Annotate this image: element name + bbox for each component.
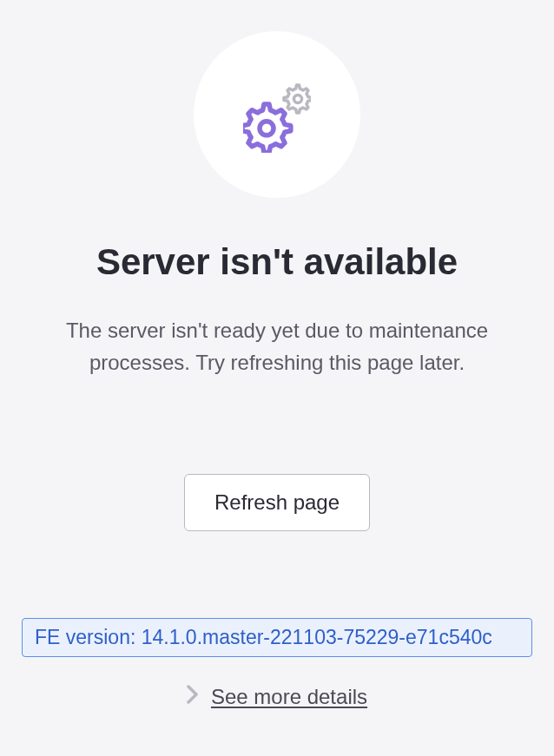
see-more-details-link[interactable]: See more details <box>187 685 367 709</box>
page-title: Server isn't available <box>96 241 458 283</box>
details-link-label: See more details <box>211 685 367 709</box>
icon-circle <box>194 31 360 198</box>
svg-point-1 <box>260 122 274 135</box>
refresh-button[interactable]: Refresh page <box>184 474 370 531</box>
gears-icon <box>243 76 311 153</box>
description-text: The server isn't ready yet due to mainte… <box>25 314 529 378</box>
chevron-right-icon <box>187 685 199 709</box>
svg-point-0 <box>294 95 302 103</box>
version-info: FE version: 14.1.0.master-221103-75229-e… <box>22 618 532 657</box>
